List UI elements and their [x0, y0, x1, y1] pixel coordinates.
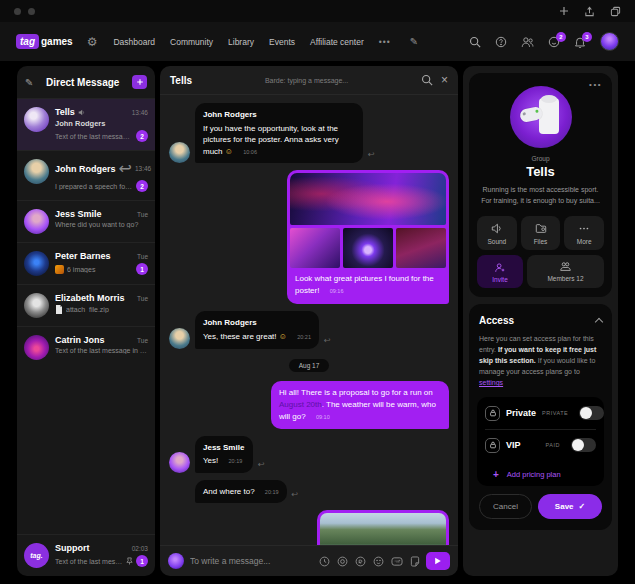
add-pricing-plan-link[interactable]: + Add pricing plan	[485, 461, 596, 485]
plus-icon[interactable]	[559, 6, 569, 16]
media-message-bubble[interactable]: Look what great pictures I found for the…	[287, 170, 449, 304]
conversation-name: Jess Smile	[55, 209, 102, 219]
save-button[interactable]: Save ✓	[538, 494, 602, 519]
compose-pencil-icon[interactable]: ✎	[410, 36, 418, 47]
access-title: Access	[479, 315, 514, 326]
photo-neon-ring[interactable]	[343, 228, 393, 268]
files-button[interactable]: Files	[521, 216, 561, 250]
photo-neon-figure[interactable]	[396, 228, 446, 268]
nav-affiliate-center[interactable]: Affiliate center	[310, 37, 364, 47]
window-control-dot[interactable]	[28, 8, 35, 15]
emoji-icon[interactable]	[373, 556, 384, 567]
photo-river-landscape[interactable]	[320, 513, 446, 545]
sound-button[interactable]: Sound	[477, 216, 517, 250]
nav-dashboard[interactable]: Dashboard	[113, 37, 155, 47]
notifications-bell-icon[interactable]: 3	[574, 36, 586, 48]
cancel-button[interactable]: Cancel	[479, 494, 532, 519]
more-menu-icon[interactable]: •••	[589, 80, 602, 89]
add-conversation-icon[interactable]	[132, 75, 147, 89]
avatar-catrin-jons	[24, 335, 49, 360]
settings-link[interactable]: settings	[479, 379, 503, 386]
collapse-chevron-icon[interactable]	[595, 317, 603, 325]
avatar-john-rodgers	[24, 159, 49, 184]
vip-toggle[interactable]	[571, 438, 596, 452]
send-button[interactable]	[426, 552, 450, 570]
avatar-john-rodgers	[169, 328, 190, 349]
reply-icon[interactable]: ↩	[292, 490, 299, 499]
search-icon[interactable]	[469, 36, 481, 48]
conversation-name: Elizabeth Morris	[55, 293, 125, 303]
photo-neon-corridor[interactable]	[290, 173, 446, 225]
messages-badge: 2	[556, 32, 566, 42]
conversation-time: Tue	[137, 295, 148, 302]
copy-windows-icon[interactable]	[610, 6, 621, 17]
avatar-elizabeth-morris	[24, 293, 49, 318]
group-name: Tells	[477, 164, 604, 179]
message-time: 20:19	[265, 489, 279, 495]
conversation-catrin-jons[interactable]: Catrin Jons Tue Text of the last message…	[17, 326, 155, 368]
conversation-preview: I prepared a speech for the evenin...	[55, 183, 133, 190]
gif-icon[interactable]	[391, 556, 403, 567]
nav-more-icon[interactable]: •••	[379, 37, 391, 47]
group-type-label: Group	[477, 155, 604, 162]
nav-community[interactable]: Community	[170, 37, 213, 47]
message-bubble[interactable]: And where to? 20:19	[195, 480, 287, 504]
help-icon[interactable]	[495, 36, 507, 48]
window-control-dot[interactable]	[14, 8, 21, 15]
members-tab[interactable]: Members 12	[527, 255, 604, 288]
conversation-tells[interactable]: Tells 13:46 John Rodgers Text of the las…	[17, 98, 155, 150]
message-input[interactable]	[190, 556, 313, 566]
new-message-pencil-icon[interactable]: ✎	[25, 77, 33, 88]
plan-private-row: Private PRIVATE	[485, 398, 596, 429]
conversation-jess-smile[interactable]: Jess Smile Tue Where did you want to go?	[17, 200, 155, 242]
direct-message-sidebar: ✎ Direct Message Tells 13:46 John Rodger…	[17, 66, 155, 576]
private-toggle[interactable]	[579, 406, 604, 420]
members-icon	[559, 261, 572, 272]
user-avatar[interactable]	[600, 32, 619, 51]
conversation-john-rodgers[interactable]: John Rodgers ↩ 13:46 I prepared a speech…	[17, 150, 155, 200]
typing-status: Barde: typing a message...	[200, 77, 413, 84]
speaker-icon	[491, 223, 503, 234]
plan-label: VIP	[506, 440, 521, 450]
camera-icon[interactable]	[337, 556, 348, 567]
conversation-support[interactable]: tag. Support 02:03 Text of the last mess…	[17, 534, 155, 576]
schedule-icon[interactable]	[319, 556, 330, 567]
photo-neon-desk[interactable]	[290, 228, 340, 268]
message-bubble[interactable]: John Rodgers Yes, these are great! ☺ 20:…	[195, 311, 319, 348]
messages-icon[interactable]: 2	[548, 36, 560, 48]
nav-events[interactable]: Events	[269, 37, 295, 47]
photo-message-bubble[interactable]: I wanted out of town, near the river 20:…	[317, 510, 449, 545]
smile-emoji: ☺	[225, 147, 233, 156]
date-link[interactable]: August 20th	[279, 400, 322, 409]
share-upload-icon[interactable]	[584, 6, 595, 17]
group-avatar[interactable]	[510, 86, 572, 148]
conversation-time: 02:03	[132, 545, 148, 552]
settings-gear-icon[interactable]: ⚙	[87, 35, 98, 49]
conversation-elizabeth-morris[interactable]: Elizabeth Morris Tue attach_file.zip	[17, 284, 155, 326]
message-bubble[interactable]: Hi all! There is a proposal to go for a …	[271, 381, 449, 429]
message-sender: John Rodgers	[203, 109, 355, 121]
reply-icon[interactable]: ↩	[324, 336, 331, 345]
folder-icon	[535, 223, 547, 234]
more-button[interactable]: More	[564, 216, 604, 250]
friends-icon[interactable]	[521, 36, 534, 48]
record-icon[interactable]	[355, 556, 366, 567]
person-add-icon	[494, 262, 506, 273]
message-outgoing-photo: I wanted out of town, near the river 20:…	[169, 510, 449, 545]
app-logo[interactable]: tag games	[16, 34, 73, 49]
invite-tab[interactable]: Invite	[477, 255, 523, 288]
reply-icon[interactable]: ↩	[368, 150, 375, 159]
nav-library[interactable]: Library	[228, 37, 254, 47]
message-bubble[interactable]: John Rodgers If you have the opportunity…	[195, 103, 363, 163]
conversation-peter-barnes[interactable]: Peter Barnes Tue 6 images 1	[17, 242, 155, 284]
sticker-icon[interactable]	[410, 556, 420, 567]
reply-icon[interactable]: ↩	[258, 460, 265, 469]
conversation-preview: attach_file.zip	[66, 306, 148, 313]
conversation-preview: Text of the last message in con...	[55, 133, 133, 140]
last-sender: John Rodgers	[55, 119, 148, 128]
chat-title: Tells	[170, 75, 192, 86]
close-chat-icon[interactable]: ×	[441, 75, 448, 85]
self-avatar	[168, 553, 184, 569]
message-bubble[interactable]: Jess Smile Yes! 20:19	[195, 436, 253, 473]
chat-search-icon[interactable]	[421, 74, 433, 86]
